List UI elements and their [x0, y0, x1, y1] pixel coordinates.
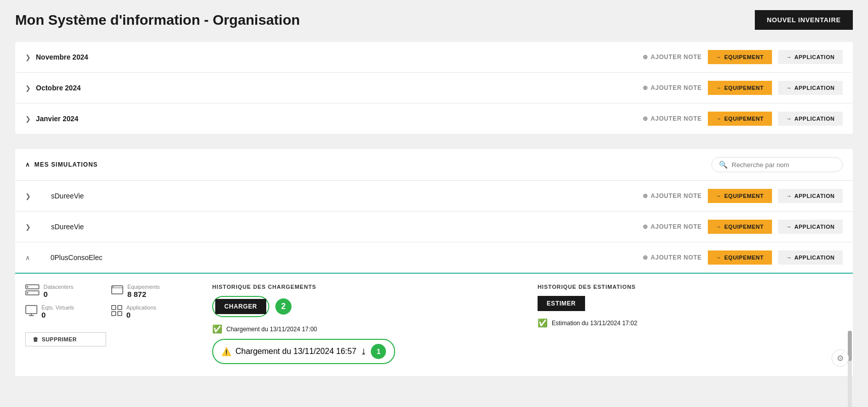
search-icon: 🔍 [719, 161, 728, 169]
equipement-button-oct[interactable]: → EQUIPEMENT [708, 81, 772, 95]
sim-row-2: ❯ sDureeVie ⊕ AJOUTER NOTE → EQUIPEMENT … [15, 212, 853, 242]
supprimer-button[interactable]: 🗑 SUPPRIMER [25, 332, 106, 346]
arrow-right-icon: → [786, 255, 792, 261]
arrow-right-icon: → [786, 54, 792, 60]
equipements-stat: Équipements 8 872 [111, 284, 192, 298]
arrow-right-icon: → [786, 85, 792, 91]
application-sim1[interactable]: → APPLICATION [778, 189, 843, 203]
chevron-right-icon[interactable]: ❯ [25, 54, 31, 61]
svg-rect-11 [118, 306, 122, 310]
chargement-item-1: ✅ Chargement du 13/11/2024 17:00 [212, 324, 507, 334]
application-button-jan[interactable]: → APPLICATION [778, 112, 843, 126]
row-title-nov: Novembre 2024 [36, 53, 88, 61]
badge-1: 1 [371, 344, 386, 359]
page-header: Mon Système d'information - Organisation… [15, 10, 853, 30]
estimer-button[interactable]: ESTIMER [538, 296, 585, 311]
row-actions-jan: ⊕ AJOUTER NOTE → EQUIPEMENT → APPLICATIO… [643, 112, 843, 126]
row-title-oct: Octobre 2024 [36, 84, 81, 92]
stat-group-eq: Équipements 8 872 [111, 284, 192, 364]
chevron-right-icon[interactable]: ❯ [25, 84, 31, 92]
search-box[interactable]: 🔍 [711, 157, 843, 172]
applications-value: 0 [126, 311, 156, 319]
simulations-section: ∧ MES SIMULATIONS 🔍 ❯ sDureeVie ⊕ AJOUTE… [15, 149, 853, 377]
chevron-right-icon[interactable]: ❯ [25, 115, 31, 123]
svg-point-9 [113, 286, 114, 287]
ajouter-note-sim2[interactable]: ⊕ AJOUTER NOTE [643, 223, 702, 230]
datacenters-label: Datacenters [43, 284, 73, 290]
ajouter-note-button-jan[interactable]: ⊕ AJOUTER NOTE [643, 115, 702, 122]
simulations-section-title: ∧ MES SIMULATIONS [25, 161, 98, 168]
check-icon-estimation: ✅ [538, 318, 548, 328]
arrow-right-icon: → [716, 116, 722, 122]
eqts-virtuels-label: Éqts. Virtuels [41, 304, 74, 311]
eqts-virtuels-stat: Éqts. Virtuels 0 [25, 304, 106, 319]
applications-stat: Applications 0 [111, 304, 192, 319]
nouvel-inventaire-button[interactable]: NOUVEL INVENTAIRE [755, 10, 853, 30]
chargement-highlight-warn: ⚠️ Chargement du 13/11/2024 16:57 ⤓ 1 [212, 339, 395, 364]
plus-circle-icon: ⊕ [643, 254, 648, 261]
gear-icon: ⚙ [837, 353, 844, 363]
ajouter-note-sim3[interactable]: ⊕ AJOUTER NOTE [643, 254, 702, 261]
arrow-right-icon: → [716, 54, 722, 60]
chevron-up-icon[interactable]: ∧ [25, 161, 30, 168]
plus-circle-icon: ⊕ [643, 223, 648, 230]
sim-row-3: ∧ 0PlusConsoElec ⊕ AJOUTER NOTE → EQUIPE… [15, 242, 853, 274]
sim-row-left-3: ∧ 0PlusConsoElec [25, 253, 131, 262]
equipement-button-nov[interactable]: → EQUIPEMENT [708, 50, 772, 64]
badge-2: 2 [275, 298, 292, 315]
page-container: Mon Système d'information - Organisation… [0, 0, 868, 407]
equipements-icon [111, 284, 123, 298]
svg-rect-13 [118, 312, 122, 316]
svg-rect-4 [26, 306, 37, 314]
eqts-virtuels-value: 0 [41, 311, 74, 319]
page-title: Mon Système d'information - Organisation [15, 12, 300, 28]
warn-icon: ⚠️ [221, 347, 231, 357]
equipement-button-jan[interactable]: → EQUIPEMENT [708, 112, 772, 126]
equipement-sim3[interactable]: → EQUIPEMENT [708, 250, 772, 265]
equipement-sim1[interactable]: → EQUIPEMENT [708, 189, 772, 203]
arrow-right-icon: → [786, 193, 792, 199]
arrow-right-icon: → [786, 224, 792, 230]
charger-highlight: CHARGER [212, 296, 269, 317]
arrow-right-icon: → [786, 116, 792, 122]
ajouter-note-button-oct[interactable]: ⊕ AJOUTER NOTE [643, 84, 702, 91]
expanded-grid: Datacenters 0 Éqt [25, 284, 843, 364]
applications-icon [111, 305, 122, 319]
chevron-down-icon-sim2[interactable]: ❯ [25, 223, 31, 231]
arrow-right-icon: → [716, 224, 722, 230]
gear-button[interactable]: ⚙ [832, 349, 849, 367]
chevron-up-icon-sim3[interactable]: ∧ [25, 254, 30, 262]
application-button-oct[interactable]: → APPLICATION [778, 81, 843, 95]
application-sim3[interactable]: → APPLICATION [778, 250, 843, 265]
chargement-label-1: Chargement du 13/11/2024 17:00 [226, 326, 317, 333]
equipements-label: Équipements [127, 284, 160, 290]
ajouter-note-button-nov[interactable]: ⊕ AJOUTER NOTE [643, 54, 702, 61]
inventory-section: ❯ Novembre 2024 ⊕ AJOUTER NOTE → EQUIPEM… [15, 42, 853, 134]
historique-chargements-title: HISTORIQUE DES CHARGEMENTS [212, 284, 507, 290]
chargement-label-2: Chargement du 13/11/2024 16:57 [235, 347, 356, 356]
sim-name-1: sDureeVie [51, 192, 132, 200]
charger-button[interactable]: CHARGER [215, 299, 266, 314]
search-input[interactable] [732, 161, 835, 169]
application-button-nov[interactable]: → APPLICATION [778, 50, 843, 64]
row-title-jan: Janvier 2024 [36, 115, 78, 123]
sim-name-3: 0PlusConsoElec [51, 253, 131, 262]
plus-circle-icon: ⊕ [643, 54, 648, 61]
row-left-oct: ❯ Octobre 2024 [25, 84, 81, 92]
check-icon-1: ✅ [212, 324, 222, 334]
chevron-down-icon-sim1[interactable]: ❯ [25, 192, 31, 200]
trash-icon: 🗑 [33, 336, 38, 342]
sim-name-2: sDureeVie [51, 223, 132, 231]
estimation-label-1: Estimation du 13/11/2024 17:02 [552, 320, 637, 327]
equipement-sim2[interactable]: → EQUIPEMENT [708, 220, 772, 234]
arrow-right-icon: → [716, 193, 722, 199]
svg-rect-10 [112, 306, 116, 310]
download-icon[interactable]: ⤓ [360, 347, 367, 357]
plus-circle-icon: ⊕ [643, 192, 648, 199]
sim-row-actions-1: ⊕ AJOUTER NOTE → EQUIPEMENT → APPLICATIO… [643, 189, 843, 203]
historique-estimations-title: HISTORIQUE DES ESTIMATIONS [538, 284, 833, 290]
inventory-row-jan2024: ❯ Janvier 2024 ⊕ AJOUTER NOTE → EQUIPEME… [15, 104, 853, 134]
svg-point-3 [27, 292, 28, 294]
application-sim2[interactable]: → APPLICATION [778, 220, 843, 234]
ajouter-note-sim1[interactable]: ⊕ AJOUTER NOTE [643, 192, 702, 199]
